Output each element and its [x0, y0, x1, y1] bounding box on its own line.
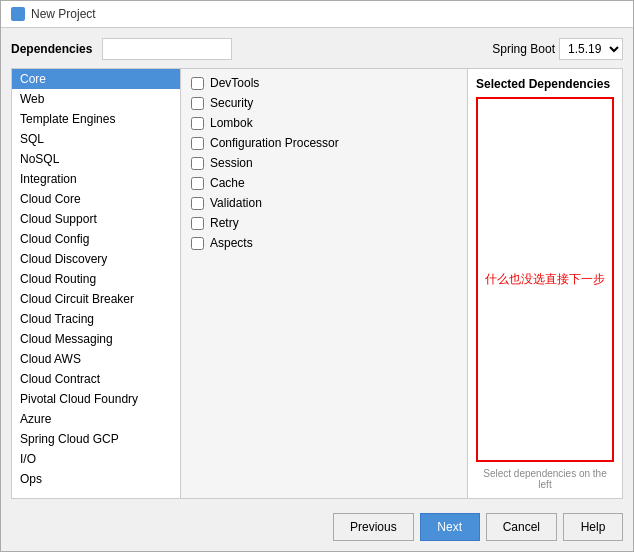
cancel-button[interactable]: Cancel	[486, 513, 557, 541]
dep-label-4: Session	[210, 156, 253, 170]
left-panel-item-18[interactable]: Spring Cloud GCP	[12, 429, 180, 449]
selected-deps-hint: 什么也没选直接下一步	[485, 271, 605, 288]
left-panel-item-1[interactable]: Web	[12, 89, 180, 109]
left-panel-item-10[interactable]: Cloud Routing	[12, 269, 180, 289]
window-title: New Project	[31, 7, 96, 21]
dep-item-2: Lombok	[181, 113, 467, 133]
dep-label-0: DevTools	[210, 76, 259, 90]
spring-boot-label: Spring Boot	[492, 42, 555, 56]
left-panel-item-5[interactable]: Integration	[12, 169, 180, 189]
left-panel-item-14[interactable]: Cloud AWS	[12, 349, 180, 369]
dep-checkbox-0[interactable]	[191, 77, 204, 90]
dep-checkbox-5[interactable]	[191, 177, 204, 190]
dep-checkbox-4[interactable]	[191, 157, 204, 170]
spring-boot-select: Spring Boot 1.5.19 2.0.0 2.1.0	[492, 38, 623, 60]
help-button[interactable]: Help	[563, 513, 623, 541]
left-panel-item-6[interactable]: Cloud Core	[12, 189, 180, 209]
dep-item-0: DevTools	[181, 73, 467, 93]
previous-button[interactable]: Previous	[333, 513, 414, 541]
content-area: Dependencies Spring Boot 1.5.19 2.0.0 2.…	[1, 28, 633, 551]
dep-label-3: Configuration Processor	[210, 136, 339, 150]
left-panel-item-8[interactable]: Cloud Config	[12, 229, 180, 249]
dep-label-6: Validation	[210, 196, 262, 210]
dep-item-7: Retry	[181, 213, 467, 233]
dep-item-8: Aspects	[181, 233, 467, 253]
dep-checkbox-3[interactable]	[191, 137, 204, 150]
selected-dependencies-title: Selected Dependencies	[476, 77, 614, 91]
dep-label-5: Cache	[210, 176, 245, 190]
dep-label-2: Lombok	[210, 116, 253, 130]
search-input[interactable]	[102, 38, 232, 60]
left-panel-item-19[interactable]: I/O	[12, 449, 180, 469]
right-panel: Selected Dependencies 什么也没选直接下一步 Select …	[468, 68, 623, 499]
dep-checkbox-2[interactable]	[191, 117, 204, 130]
dep-item-6: Validation	[181, 193, 467, 213]
dep-label-7: Retry	[210, 216, 239, 230]
new-project-window: New Project Dependencies Spring Boot 1.5…	[0, 0, 634, 552]
left-panel-item-3[interactable]: SQL	[12, 129, 180, 149]
dep-checkbox-1[interactable]	[191, 97, 204, 110]
title-bar: New Project	[1, 1, 633, 28]
left-panel-item-12[interactable]: Cloud Tracing	[12, 309, 180, 329]
main-area: CoreWebTemplate EnginesSQLNoSQLIntegrati…	[11, 68, 623, 499]
dep-checkbox-8[interactable]	[191, 237, 204, 250]
left-panel-item-16[interactable]: Pivotal Cloud Foundry	[12, 389, 180, 409]
left-panel-item-11[interactable]: Cloud Circuit Breaker	[12, 289, 180, 309]
next-button[interactable]: Next	[420, 513, 480, 541]
top-row: Dependencies Spring Boot 1.5.19 2.0.0 2.…	[11, 38, 623, 60]
dep-item-3: Configuration Processor	[181, 133, 467, 153]
window-icon	[11, 7, 25, 21]
dependencies-label: Dependencies	[11, 42, 92, 56]
spring-boot-version-dropdown[interactable]: 1.5.19 2.0.0 2.1.0	[559, 38, 623, 60]
selected-deps-note: Select dependencies on the left	[476, 468, 614, 490]
bottom-row: Previous Next Cancel Help	[11, 507, 623, 541]
middle-panel: DevToolsSecurityLombokConfiguration Proc…	[181, 68, 468, 499]
left-panel-item-4[interactable]: NoSQL	[12, 149, 180, 169]
dep-item-1: Security	[181, 93, 467, 113]
selected-dependencies-box: 什么也没选直接下一步	[476, 97, 614, 462]
left-panel-item-13[interactable]: Cloud Messaging	[12, 329, 180, 349]
left-panel-item-20[interactable]: Ops	[12, 469, 180, 489]
left-panel-item-17[interactable]: Azure	[12, 409, 180, 429]
dep-checkbox-7[interactable]	[191, 217, 204, 230]
left-panel-item-9[interactable]: Cloud Discovery	[12, 249, 180, 269]
dep-item-4: Session	[181, 153, 467, 173]
left-panel-item-0[interactable]: Core	[12, 69, 180, 89]
left-panel-item-7[interactable]: Cloud Support	[12, 209, 180, 229]
dep-label-8: Aspects	[210, 236, 253, 250]
dep-label-1: Security	[210, 96, 253, 110]
dep-item-5: Cache	[181, 173, 467, 193]
left-panel-item-15[interactable]: Cloud Contract	[12, 369, 180, 389]
dep-checkbox-6[interactable]	[191, 197, 204, 210]
left-panel: CoreWebTemplate EnginesSQLNoSQLIntegrati…	[11, 68, 181, 499]
left-panel-item-2[interactable]: Template Engines	[12, 109, 180, 129]
